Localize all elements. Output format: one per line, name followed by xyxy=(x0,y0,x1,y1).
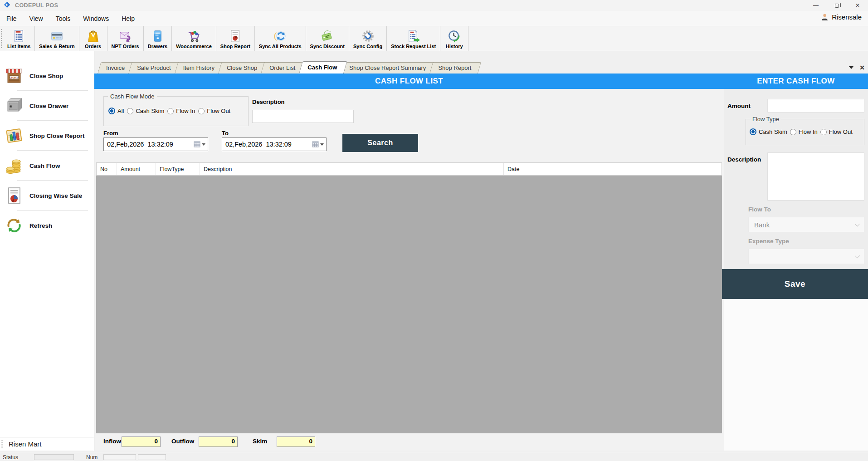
toolbar-sales-return[interactable]: Sales & Return xyxy=(35,26,79,51)
sidebar-item-shop-close-report[interactable]: Shop Close Report xyxy=(0,121,94,151)
save-button[interactable]: Save xyxy=(722,269,868,299)
radio-all[interactable]: All xyxy=(108,108,124,114)
stock-request-list-icon xyxy=(406,29,420,43)
radio-flow-out[interactable]: Flow Out xyxy=(820,128,853,135)
restore-button[interactable] xyxy=(826,0,847,11)
toolbar-label: List Items xyxy=(7,44,30,49)
menu-tools[interactable]: Tools xyxy=(49,12,77,25)
chevron-down-icon[interactable] xyxy=(849,66,853,69)
radio-flow-out[interactable]: Flow Out xyxy=(198,108,230,114)
statusbar-box xyxy=(138,454,166,460)
cash-flow-list-panel: Cash Flow Mode All Cash Skim Flow In Flo… xyxy=(94,89,724,451)
tab-close-shop[interactable]: Close Shop xyxy=(218,62,264,74)
sidebar-item-cash-flow[interactable]: Cash Flow xyxy=(0,151,94,181)
from-date-picker[interactable]: 02,Feb,2026 13:32:09 xyxy=(103,137,208,151)
skim-value[interactable]: 0 xyxy=(277,436,315,447)
radio-icon xyxy=(198,108,205,114)
sidebar-list: CLOSED Close Shop Close Drawer Shop Clos… xyxy=(0,61,94,240)
toolbar-orders[interactable]: Orders xyxy=(79,26,107,51)
radio-cash-skim[interactable]: Cash Skim xyxy=(127,108,164,114)
woocommerce-icon xyxy=(187,29,201,43)
toolbar-label: Stock Request List xyxy=(391,44,436,49)
close-button[interactable]: ✕ xyxy=(847,0,868,11)
toolbar-woocommerce[interactable]: Woocommerce xyxy=(172,26,216,51)
toolbar-label: Sync Discount xyxy=(310,44,345,49)
date-dropdown-icon[interactable] xyxy=(320,143,324,146)
sidebar-footer: Risen Mart xyxy=(0,437,94,451)
sync-all-products-icon xyxy=(273,29,287,43)
enter-cash-flow-title: ENTER CASH FLOW xyxy=(757,77,834,86)
radio-icon xyxy=(750,128,756,135)
footer-grip[interactable] xyxy=(1,439,3,449)
menu-view[interactable]: View xyxy=(23,12,49,25)
column-header-no[interactable]: No xyxy=(97,163,117,175)
toolbar-sync-all-products[interactable]: Sync All Products xyxy=(255,26,306,51)
date-dropdown-icon[interactable] xyxy=(202,143,205,146)
tabstrip-close-icon[interactable]: ✕ xyxy=(859,64,865,71)
window-controls: — ✕ xyxy=(805,0,868,11)
column-header-description[interactable]: Description xyxy=(200,163,504,175)
menu-file[interactable]: File xyxy=(0,12,23,25)
tab-shop-close-report-summary[interactable]: Shop Close Report Summary xyxy=(341,62,433,74)
toolbar-grip[interactable] xyxy=(0,28,3,49)
to-label: To xyxy=(222,130,229,137)
status-value-box xyxy=(34,454,74,460)
column-header-date[interactable]: Date xyxy=(504,163,722,175)
history-icon xyxy=(447,29,461,43)
outflow-label: Outflow xyxy=(171,438,194,445)
table-body-empty xyxy=(96,176,722,433)
flow-type-options: Cash Skim Flow In Flow Out xyxy=(750,128,862,135)
inflow-value[interactable]: 0 xyxy=(122,436,161,447)
flow-to-value: Bank xyxy=(754,221,770,229)
expense-type-select[interactable] xyxy=(748,249,864,264)
toolbar-list-items[interactable]: List Items xyxy=(3,26,35,51)
npt-orders-icon xyxy=(118,29,132,43)
sidebar-item-close-drawer[interactable]: Close Drawer xyxy=(0,91,94,121)
sidebar-item-label: Refresh xyxy=(29,222,52,229)
toolbar-npt-orders[interactable]: NPT Orders xyxy=(107,26,144,51)
sidebar-item-label: Close Drawer xyxy=(29,103,68,109)
radio-flow-in[interactable]: Flow In xyxy=(167,108,195,114)
description-filter-input[interactable] xyxy=(252,110,354,123)
from-label: From xyxy=(103,130,118,137)
tab-sale-product[interactable]: Sale Product xyxy=(128,62,177,74)
radio-flow-in[interactable]: Flow In xyxy=(790,128,818,135)
search-button[interactable]: Search xyxy=(342,134,418,152)
shop-report-icon xyxy=(228,29,242,43)
sidebar-item-label: Closing Wise Sale xyxy=(29,192,82,199)
refresh-icon xyxy=(4,216,24,235)
outflow-value[interactable]: 0 xyxy=(199,436,238,447)
toolbar-sync-discount[interactable]: Sync Discount xyxy=(306,26,349,51)
tab-shop-report[interactable]: Shop Report xyxy=(429,62,478,74)
radio-cash-skim[interactable]: Cash Skim xyxy=(750,128,787,135)
toolbar-stock-request-list[interactable]: Stock Request List xyxy=(387,26,440,51)
sidebar-item-refresh[interactable]: Refresh xyxy=(0,211,94,240)
toolbar-history[interactable]: History xyxy=(440,26,468,51)
menu-help[interactable]: Help xyxy=(115,12,141,25)
toolbar-sync-config[interactable]: Sync Config xyxy=(349,26,387,51)
app-logo-icon xyxy=(4,1,10,10)
entry-description-input[interactable] xyxy=(767,152,864,201)
tab-item-history[interactable]: Item History xyxy=(175,62,221,74)
menu-windows[interactable]: Windows xyxy=(77,12,115,25)
flow-to-select[interactable]: Bank xyxy=(748,217,864,232)
column-header-amount[interactable]: Amount xyxy=(117,163,156,175)
toolbar-label: Orders xyxy=(85,44,101,49)
sidebar-item-label: Cash Flow xyxy=(29,162,60,169)
to-date-picker[interactable]: 02,Feb,2026 13:32:09 xyxy=(222,137,327,151)
tab-order-list[interactable]: Order List xyxy=(261,62,302,74)
tab-invoice[interactable]: Invoice xyxy=(98,62,132,74)
toolbar-label: Woocommerce xyxy=(176,44,212,49)
table-header-row: No Amount FlowType Description Date xyxy=(96,162,722,176)
minimize-button[interactable]: — xyxy=(805,0,826,11)
current-user: Risensale xyxy=(821,13,862,21)
amount-input[interactable] xyxy=(767,99,864,113)
sidebar-item-closing-wise-sale[interactable]: Closing Wise Sale xyxy=(0,181,94,211)
radio-icon xyxy=(108,108,115,114)
toolbar-drawers[interactable]: Drawers xyxy=(144,26,172,51)
column-header-flowtype[interactable]: FlowType xyxy=(156,163,200,175)
toolbar-shop-report[interactable]: Shop Report xyxy=(216,26,255,51)
sidebar-item-close-shop[interactable]: CLOSED Close Shop xyxy=(0,61,94,91)
tab-cash-flow[interactable]: Cash Flow xyxy=(299,61,344,74)
to-date-value: 02,Feb,2026 13:32:09 xyxy=(225,141,312,148)
